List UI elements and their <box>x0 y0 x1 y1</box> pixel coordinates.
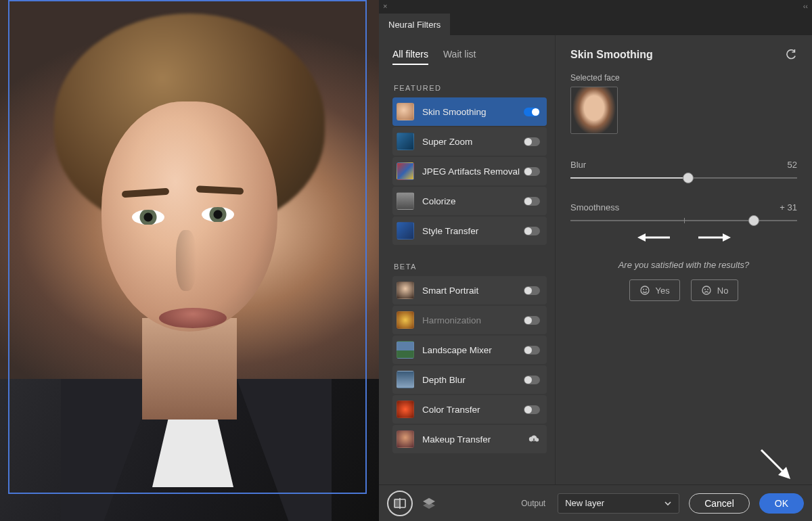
filter-item[interactable]: Colorize <box>392 187 547 215</box>
filter-name: JPEG Artifacts Removal <box>422 166 524 177</box>
panel-tabrow: Neural Filters <box>379 12 812 35</box>
output-select[interactable]: New layer <box>558 493 679 514</box>
filter-name: Style Transfer <box>422 226 524 236</box>
frown-icon <box>701 285 712 296</box>
filter-details-pane: Skin Smoothing Selected face Blur 52 <box>555 35 812 484</box>
smoothness-slider-knob[interactable] <box>748 215 759 226</box>
chevron-down-icon <box>664 499 672 507</box>
arrow-left-icon <box>637 233 670 242</box>
feedback-no-label: No <box>717 286 729 296</box>
tab-neural-filters[interactable]: Neural Filters <box>379 14 450 35</box>
before-after-icon <box>394 498 406 509</box>
blur-slider-knob[interactable] <box>683 173 694 183</box>
feedback-no-button[interactable]: No <box>691 279 739 301</box>
filter-toggle[interactable] <box>524 405 540 414</box>
filter-name: Harmonization <box>422 315 524 325</box>
filter-thumbnail <box>397 281 414 299</box>
cloud-download-icon[interactable] <box>528 434 540 444</box>
blur-value: 52 <box>788 160 797 170</box>
filter-name: Skin Smoothing <box>422 107 524 117</box>
ok-button[interactable]: OK <box>759 493 804 514</box>
smoothness-label: Smoothness <box>570 202 619 212</box>
filter-thumbnail <box>397 430 414 448</box>
filter-thumbnail <box>397 133 414 150</box>
filter-thumbnail <box>397 341 414 359</box>
filter-thumbnail <box>397 371 414 388</box>
filter-toggle[interactable] <box>524 137 540 146</box>
filter-name: Colorize <box>422 196 524 206</box>
filter-thumbnail <box>397 222 414 240</box>
filter-item[interactable]: Skin Smoothing <box>392 97 547 126</box>
svg-point-4 <box>641 286 649 294</box>
portrait-eye <box>132 210 164 225</box>
document-canvas[interactable] <box>0 0 379 521</box>
filter-toggle[interactable] <box>524 346 540 355</box>
filter-item[interactable]: Harmonization <box>392 306 547 334</box>
section-beta-label: BETA <box>394 263 547 271</box>
filter-toggle[interactable] <box>524 197 540 206</box>
svg-marker-14 <box>423 502 435 509</box>
feedback-prompt: Are you satisfied with the results? <box>570 260 797 270</box>
filter-item[interactable]: JPEG Artifacts Removal <box>392 157 547 185</box>
section-featured-label: FEATURED <box>394 84 547 92</box>
selected-face-thumbnail[interactable] <box>570 87 618 134</box>
blur-label: Blur <box>570 160 586 170</box>
filter-list-pane: All filters Wait list FEATURED Skin Smoo… <box>379 35 555 484</box>
smoothness-slider[interactable] <box>570 215 797 226</box>
filter-thumbnail <box>397 162 414 180</box>
filter-item[interactable]: Depth Blur <box>392 365 547 394</box>
filter-item[interactable]: Landscape Mixer <box>392 336 547 364</box>
smile-icon <box>639 285 650 296</box>
output-label: Output <box>521 499 545 508</box>
filter-toggle[interactable] <box>524 167 540 176</box>
filter-thumbnail <box>397 311 414 329</box>
portrait-nose <box>176 230 196 291</box>
svg-point-5 <box>643 289 644 290</box>
filter-thumbnail <box>397 401 414 418</box>
filter-thumbnail <box>397 103 414 120</box>
filter-thumbnail <box>397 192 414 210</box>
svg-point-6 <box>646 289 646 290</box>
svg-point-7 <box>702 286 710 294</box>
close-icon[interactable]: × <box>383 2 387 10</box>
filter-name: Smart Portrait <box>422 286 524 296</box>
filter-name: Color Transfer <box>422 405 524 415</box>
svg-marker-1 <box>637 233 646 242</box>
arrow-right-icon <box>698 233 731 242</box>
filter-toggle[interactable] <box>524 376 540 384</box>
filter-toggle[interactable] <box>524 316 540 325</box>
subtab-all-filters[interactable]: All filters <box>392 49 428 65</box>
selected-face-label: Selected face <box>570 73 797 83</box>
filter-toggle[interactable] <box>524 286 540 295</box>
portrait-mouth <box>159 308 227 328</box>
collapse-icon[interactable]: ‹‹ <box>803 2 808 10</box>
preview-toggle-button[interactable] <box>387 491 413 516</box>
blur-slider[interactable] <box>570 173 797 183</box>
reset-icon[interactable] <box>784 49 797 60</box>
filter-name: Super Zoom <box>422 137 524 147</box>
filter-item[interactable]: Smart Portrait <box>392 276 547 304</box>
layers-icon[interactable] <box>422 497 436 509</box>
filter-name: Landscape Mixer <box>422 345 524 355</box>
filter-item[interactable]: Color Transfer <box>392 395 547 424</box>
subtab-wait-list[interactable]: Wait list <box>443 49 476 65</box>
portrait-neck <box>142 318 237 420</box>
filter-item[interactable]: Style Transfer <box>392 217 547 245</box>
panel-footer: Output New layer Cancel OK <box>379 484 812 521</box>
svg-point-8 <box>704 289 705 290</box>
details-title: Skin Smoothing <box>570 49 784 61</box>
svg-rect-12 <box>394 499 400 507</box>
smoothness-value: + 31 <box>780 202 797 212</box>
portrait-face <box>102 101 277 332</box>
filter-name: Depth Blur <box>422 375 524 385</box>
feedback-yes-button[interactable]: Yes <box>629 279 680 301</box>
filter-toggle[interactable] <box>524 108 540 116</box>
svg-marker-3 <box>723 233 731 242</box>
feedback-yes-label: Yes <box>656 286 670 296</box>
filter-item[interactable]: Super Zoom <box>392 127 547 156</box>
panel-titlebar: × ‹‹ <box>379 0 812 12</box>
filter-item[interactable]: Makeup Transfer <box>392 425 547 453</box>
cancel-button[interactable]: Cancel <box>689 493 750 514</box>
filter-toggle[interactable] <box>524 227 540 235</box>
portrait-eye <box>202 207 234 222</box>
